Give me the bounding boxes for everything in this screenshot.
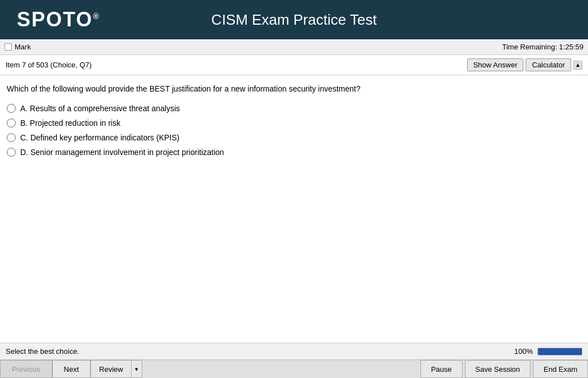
logo-text: SPOTO bbox=[17, 8, 93, 31]
save-session-button[interactable]: Save Session bbox=[465, 360, 531, 378]
option-item-c[interactable]: C. Defined key performance indicators (K… bbox=[7, 133, 581, 142]
question-info: Item 7 of 503 (Choice, Q7) bbox=[6, 61, 92, 69]
footer-right: Pause Save Session End Exam bbox=[418, 360, 588, 378]
question-header: Item 7 of 503 (Choice, Q7) Show Answer C… bbox=[0, 55, 588, 75]
radio-b[interactable] bbox=[7, 119, 16, 127]
option-item-a[interactable]: A. Results of a comprehensive threat ana… bbox=[7, 104, 581, 113]
previous-button[interactable]: Previous bbox=[0, 360, 52, 378]
question-actions: Show Answer Calculator ▲ bbox=[467, 58, 582, 71]
main-content: Which of the following would provide the… bbox=[0, 75, 588, 343]
mark-area: Mark bbox=[4, 43, 31, 51]
progress-pct: 100% bbox=[514, 347, 533, 356]
status-text: Select the best choice. bbox=[6, 347, 79, 356]
calculator-button[interactable]: Calculator bbox=[526, 58, 571, 71]
review-button[interactable]: Review bbox=[91, 360, 131, 378]
option-label-d: D. Senior management involvement in proj… bbox=[20, 148, 224, 157]
app-header: SPOTO® CISM Exam Practice Test bbox=[0, 0, 588, 39]
option-item-d[interactable]: D. Senior management involvement in proj… bbox=[7, 148, 581, 157]
status-bar: Select the best choice. 100% bbox=[0, 343, 588, 359]
radio-c[interactable] bbox=[7, 133, 16, 142]
footer-nav: Previous Next Review ▾ Pause Save Sessio… bbox=[0, 359, 588, 378]
footer-left: Previous Next Review ▾ bbox=[0, 360, 142, 378]
question-text: Which of the following would provide the… bbox=[7, 83, 581, 95]
scroll-up-indicator[interactable]: ▲ bbox=[573, 61, 582, 70]
time-remaining: Time Remaining: 1:25:59 bbox=[502, 43, 584, 51]
radio-a[interactable] bbox=[7, 104, 16, 113]
logo-sup: ® bbox=[93, 12, 99, 21]
mark-label: Mark bbox=[15, 43, 31, 51]
option-label-c: C. Defined key performance indicators (K… bbox=[20, 133, 179, 142]
option-item-b[interactable]: B. Projected reduction in risk bbox=[7, 119, 581, 127]
options-list: A. Results of a comprehensive threat ana… bbox=[7, 104, 581, 157]
mark-checkbox[interactable] bbox=[4, 43, 12, 51]
radio-d[interactable] bbox=[7, 148, 16, 157]
review-btn-group: Review ▾ bbox=[91, 360, 142, 378]
progress-area: 100% bbox=[514, 347, 582, 356]
option-label-a: A. Results of a comprehensive threat ana… bbox=[20, 104, 180, 113]
end-exam-button[interactable]: End Exam bbox=[533, 360, 588, 378]
review-dropdown-arrow[interactable]: ▾ bbox=[131, 360, 142, 378]
option-label-b: B. Projected reduction in risk bbox=[20, 119, 120, 127]
app-title: CISM Exam Practice Test bbox=[211, 11, 377, 29]
pause-button[interactable]: Pause bbox=[420, 360, 463, 378]
logo: SPOTO® bbox=[17, 8, 100, 31]
progress-bar-bg bbox=[537, 348, 582, 356]
top-bar: Mark Time Remaining: 1:25:59 bbox=[0, 39, 588, 55]
progress-bar-fill bbox=[538, 348, 582, 355]
next-button[interactable]: Next bbox=[52, 360, 91, 378]
show-answer-button[interactable]: Show Answer bbox=[467, 58, 524, 71]
